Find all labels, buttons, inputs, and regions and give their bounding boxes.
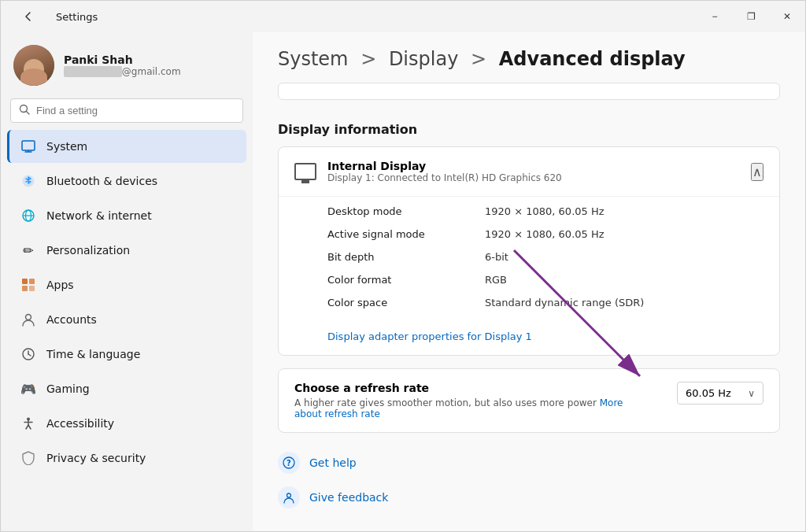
svg-rect-2 [22, 141, 35, 150]
sidebar-item-gaming[interactable]: 🎮 Gaming [7, 372, 246, 405]
avatar [13, 45, 54, 86]
table-row: Color format RGB [327, 268, 763, 291]
info-value: 1920 × 1080, 60.05 Hz [485, 205, 604, 217]
page-header: System > Display > Advanced display [253, 32, 805, 83]
get-help-label: Get help [309, 456, 357, 469]
display-info-card: Internal Display Display 1: Connected to… [278, 146, 780, 356]
give-feedback-link[interactable]: Give feedback [278, 480, 780, 515]
sidebar-item-accounts[interactable]: Accounts [7, 303, 246, 336]
table-row: Bit depth 6-bit [327, 246, 763, 268]
table-row: Desktop mode 1920 × 1080, 60.05 Hz [327, 200, 763, 223]
accessibility-icon [20, 415, 37, 432]
settings-window: Settings − ❐ ✕ Pa [0, 0, 806, 532]
more-about-link[interactable]: about refresh rate [294, 408, 380, 419]
card-header: Internal Display Display 1: Connected to… [279, 147, 779, 197]
info-value: Standard dynamic range (SDR) [485, 297, 644, 308]
search-box[interactable] [10, 98, 243, 123]
footer-links: ? Get help Give feedback [278, 445, 780, 515]
gaming-icon: 🎮 [20, 380, 37, 397]
breadcrumb-system: System [278, 48, 349, 70]
content-area: System > Display > Advanced display Disp… [253, 32, 805, 531]
table-row: Color space Standard dynamic range (SDR) [327, 291, 763, 314]
sidebar-item-system[interactable]: System [7, 130, 246, 163]
restore-button[interactable]: ❐ [733, 1, 769, 32]
user-email: ████████@gmail.com [64, 66, 181, 77]
search-icon [19, 104, 30, 117]
refresh-rate-card: Choose a refresh rate A higher rate give… [278, 368, 780, 433]
sidebar-item-system-label: System [46, 140, 87, 153]
get-help-icon: ? [278, 452, 300, 474]
info-value: 1920 × 1080, 60.05 Hz [485, 228, 604, 240]
refresh-rate-title: Choose a refresh rate [294, 382, 623, 394]
sidebar-item-time[interactable]: Time & language [7, 338, 246, 371]
time-icon [20, 345, 37, 363]
svg-point-25 [287, 493, 291, 497]
scroll-hint-bar [278, 83, 780, 100]
adapter-properties-link[interactable]: Display adapter properties for Display 1 [327, 331, 532, 342]
sidebar-item-gaming-label: Gaming [46, 382, 90, 395]
user-info: Panki Shah ████████@gmail.com [64, 54, 181, 77]
refresh-rate-desc: A higher rate gives smoother motion, but… [294, 397, 623, 419]
refresh-card-inner: Choose a refresh rate A higher rate give… [294, 382, 763, 419]
breadcrumb: System > Display > Advanced display [278, 48, 780, 70]
more-link[interactable]: More [600, 397, 623, 408]
collapse-button[interactable]: ∧ [751, 163, 763, 181]
back-button[interactable] [10, 1, 46, 32]
personalization-icon: ✏️ [20, 242, 37, 259]
email-blur: ████████ [64, 66, 122, 77]
search-input[interactable] [36, 105, 235, 116]
breadcrumb-display: Display [389, 48, 458, 70]
adapter-link-row: Display adapter properties for Display 1 [279, 327, 779, 355]
sidebar-item-personalization-label: Personalization [46, 244, 130, 257]
title-bar-left: Settings [10, 1, 98, 32]
refresh-rate-desc-text: A higher rate gives smoother motion, but… [294, 397, 597, 408]
sidebar-item-accessibility-label: Accessibility [46, 417, 114, 430]
display-title: Internal Display [327, 160, 562, 172]
sidebar-item-network[interactable]: Network & internet [7, 199, 246, 232]
refresh-rate-section: Choose a refresh rate A higher rate give… [278, 368, 780, 433]
breadcrumb-sep1: > [360, 48, 376, 70]
sidebar-item-privacy[interactable]: Privacy & security [7, 441, 246, 475]
window-title: Settings [56, 11, 98, 23]
card-header-text: Internal Display Display 1: Connected to… [327, 160, 562, 183]
get-help-link[interactable]: ? Get help [278, 445, 780, 480]
sidebar-item-bluetooth[interactable]: Bluetooth & devices [7, 164, 246, 198]
sidebar-item-accounts-label: Accounts [46, 313, 97, 326]
info-label: Active signal mode [327, 228, 485, 240]
system-icon [20, 138, 37, 155]
sidebar-item-apps-label: Apps [46, 279, 74, 291]
refresh-rate-dropdown[interactable]: 60.05 Hz ∨ [677, 382, 763, 405]
main-layout: Panki Shah ████████@gmail.com [1, 32, 805, 531]
sidebar-item-time-label: Time & language [46, 348, 140, 360]
close-button[interactable]: ✕ [769, 1, 805, 32]
svg-rect-12 [29, 286, 35, 291]
privacy-icon [20, 449, 37, 467]
info-label: Color space [327, 297, 485, 308]
sidebar-item-bluetooth-label: Bluetooth & devices [46, 175, 157, 187]
info-label: Desktop mode [327, 205, 485, 217]
network-icon [20, 207, 37, 224]
display-info-section: Display information Internal Display Dis… [253, 113, 805, 524]
sidebar: Panki Shah ████████@gmail.com [1, 32, 253, 531]
breadcrumb-sep2: > [471, 48, 486, 70]
info-value: RGB [485, 274, 507, 286]
info-label: Bit depth [327, 251, 485, 263]
svg-line-20 [26, 425, 28, 429]
window-controls: − ❐ ✕ [697, 1, 805, 32]
section-title: Display information [278, 122, 780, 137]
chevron-down-icon: ∨ [748, 388, 755, 399]
sidebar-item-personalization[interactable]: ✏️ Personalization [7, 234, 246, 267]
refresh-rate-value: 60.05 Hz [686, 387, 731, 399]
sidebar-item-accessibility[interactable]: Accessibility [7, 407, 246, 440]
display-subtitle: Display 1: Connected to Intel(R) HD Grap… [327, 172, 562, 183]
user-profile[interactable]: Panki Shah ████████@gmail.com [1, 32, 253, 95]
minimize-button[interactable]: − [697, 1, 733, 32]
card-header-left: Internal Display Display 1: Connected to… [294, 160, 562, 183]
sidebar-item-network-label: Network & internet [46, 209, 152, 222]
table-row: Active signal mode 1920 × 1080, 60.05 Hz [327, 223, 763, 246]
monitor-icon [294, 163, 316, 180]
user-name: Panki Shah [64, 54, 181, 66]
sidebar-item-apps[interactable]: Apps [7, 268, 246, 301]
svg-line-16 [28, 354, 31, 356]
info-value: 6-bit [485, 251, 508, 263]
